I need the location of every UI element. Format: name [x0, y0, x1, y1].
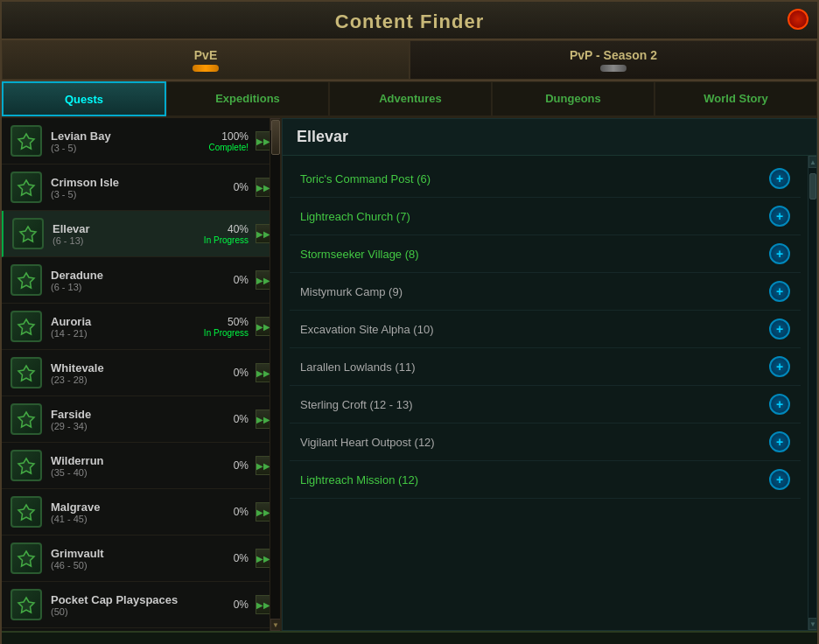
zone-item[interactable]: Whitevale(23 - 28)0%▶▶: [2, 350, 280, 396]
zone-levels: (50): [51, 606, 234, 617]
quest-add-button[interactable]: +: [769, 168, 790, 189]
quest-item[interactable]: Larallen Lowlands (11)+: [290, 348, 801, 386]
zone-info: Pocket Cap Playspaces(50): [51, 593, 234, 617]
zone-levels: (29 - 34): [51, 421, 234, 431]
scroll-down-button[interactable]: ▼: [270, 619, 281, 631]
quest-item[interactable]: Lightreach Church (7)+: [290, 198, 801, 235]
zone-item[interactable]: Auroria(14 - 21)50%In Progress▶▶: [2, 304, 280, 350]
zone-levels: (3 - 5): [51, 143, 208, 153]
zone-arrows: ▶▶: [254, 456, 271, 475]
zone-name: Malgrave: [51, 500, 234, 514]
quest-name: Vigilant Heart Outpost (12): [300, 436, 769, 449]
zone-levels: (6 - 13): [51, 282, 234, 292]
zone-progress-right: 50%In Progress: [204, 316, 248, 338]
quest-item[interactable]: Lightreach Mission (12)+: [290, 461, 801, 499]
quest-name: Sterling Croft (12 - 13): [300, 398, 769, 411]
scroll-thumb[interactable]: [271, 120, 280, 155]
tab-dungeons[interactable]: Dungeons: [492, 81, 654, 116]
zone-icon: [10, 311, 42, 342]
zone-list: Levian Bay(3 - 5)100%Complete!▶▶ Crimson…: [2, 118, 280, 631]
tab-expeditions[interactable]: Expeditions: [166, 81, 329, 116]
zone-detail-header: Ellevar: [283, 119, 816, 156]
quest-add-button[interactable]: +: [769, 206, 790, 227]
tab-quests[interactable]: Quests: [2, 81, 166, 116]
tab-world-story-label: World Story: [704, 92, 767, 105]
zone-name: Whitevale: [51, 361, 234, 374]
right-panel: Ellevar Toric's Command Post (6)+Lightre…: [282, 118, 817, 631]
zone-progress-right: 0%: [234, 367, 248, 379]
zone-pct: 50%: [204, 316, 248, 328]
zone-name: Levian Bay: [51, 130, 208, 143]
svg-marker-7: [18, 458, 34, 473]
close-button[interactable]: [788, 9, 808, 30]
right-scroll-thumb[interactable]: [809, 173, 816, 200]
zone-name: Ellevar: [52, 222, 204, 235]
quest-add-button[interactable]: +: [769, 469, 790, 490]
zone-item[interactable]: Ellevar(6 - 13)40%In Progress▶▶: [2, 211, 280, 257]
left-panel: Levian Bay(3 - 5)100%Complete!▶▶ Crimson…: [2, 118, 282, 631]
zone-icon: [10, 125, 42, 157]
right-scroll-down[interactable]: ▼: [808, 618, 816, 630]
quest-item[interactable]: Stormseeker Village (8)+: [290, 235, 801, 273]
zone-pct: 0%: [234, 181, 248, 193]
tab-pve[interactable]: PvE: [2, 40, 410, 80]
tab-pvp-label: PvP - Season 2: [410, 48, 816, 62]
tab-pvp-indicator: [600, 65, 626, 72]
zone-arrows: ▶▶: [254, 224, 271, 243]
tab-world-story[interactable]: World Story: [654, 81, 817, 116]
zone-icon: [10, 496, 42, 528]
zone-icon: [10, 450, 42, 481]
quest-add-button[interactable]: +: [769, 394, 790, 415]
svg-marker-6: [18, 412, 34, 427]
zone-icon: [10, 357, 42, 388]
zone-pct: 0%: [234, 367, 248, 379]
tab-quests-label: Quests: [65, 93, 103, 106]
quest-add-button[interactable]: +: [769, 318, 790, 340]
zone-progress-right: 100%Complete!: [208, 130, 248, 152]
zone-levels: (6 - 13): [52, 235, 204, 246]
zone-item[interactable]: Crimson Isle(3 - 5)0%▶▶: [2, 164, 280, 211]
quest-item[interactable]: Sterling Croft (12 - 13)+: [290, 386, 801, 424]
zone-icon: [10, 542, 42, 574]
quest-item[interactable]: Mistymurk Camp (9)+: [290, 273, 801, 311]
quest-item[interactable]: Excavation Site Alpha (10)+: [290, 311, 801, 348]
zone-name: Auroria: [51, 315, 204, 328]
zone-pct: 0%: [234, 598, 248, 611]
zone-item[interactable]: Deradune(6 - 13)0%▶▶: [2, 257, 280, 304]
zone-item[interactable]: Malgrave(41 - 45)0%▶▶: [2, 489, 280, 536]
zone-progress-right: 0%: [234, 506, 248, 518]
zone-arrows: ▶▶: [254, 549, 271, 568]
zone-name: Farside: [51, 408, 234, 421]
zone-progress-right: 0%: [234, 181, 248, 193]
zone-item[interactable]: Pocket Cap Playspaces(50)0%▶▶: [2, 582, 280, 628]
tab-pvp[interactable]: PvP - Season 2: [410, 40, 817, 80]
right-scroll-up[interactable]: ▲: [808, 156, 816, 168]
quest-name: Lightreach Church (7): [300, 210, 769, 223]
zone-item[interactable]: Grimvault(46 - 50)0%▶▶: [2, 536, 280, 582]
quest-list: Toric's Command Post (6)+Lightreach Chur…: [283, 156, 808, 630]
mode-tabs: PvE PvP - Season 2: [2, 40, 817, 81]
quest-name: Larallen Lowlands (11): [300, 360, 769, 374]
zone-arrows: ▶▶: [254, 131, 271, 150]
quest-item[interactable]: Toric's Command Post (6)+: [290, 160, 801, 198]
zone-status: In Progress: [204, 328, 248, 338]
zone-item[interactable]: Farside(29 - 34)0%▶▶: [2, 396, 280, 443]
quest-add-button[interactable]: +: [769, 281, 790, 302]
quest-add-button[interactable]: +: [769, 431, 790, 452]
zone-pct: 40%: [204, 223, 248, 235]
svg-marker-0: [18, 134, 34, 149]
right-scrollbar[interactable]: ▲ ▼: [808, 156, 816, 630]
zone-info: Wilderrun(35 - 40): [51, 454, 234, 478]
svg-marker-1: [18, 180, 34, 195]
svg-marker-4: [18, 319, 34, 334]
zone-info: Malgrave(41 - 45): [51, 500, 234, 524]
zone-arrows: ▶▶: [254, 178, 271, 197]
quest-add-button[interactable]: +: [769, 356, 790, 377]
left-scrollbar[interactable]: ▲ ▼: [270, 118, 280, 631]
zone-item[interactable]: Levian Bay(3 - 5)100%Complete!▶▶: [2, 118, 280, 164]
zone-levels: (14 - 21): [51, 328, 204, 339]
tab-adventures[interactable]: Adventures: [329, 81, 492, 116]
zone-item[interactable]: Wilderrun(35 - 40)0%▶▶: [2, 443, 280, 489]
quest-add-button[interactable]: +: [769, 243, 790, 264]
quest-item[interactable]: Vigilant Heart Outpost (12)+: [290, 424, 801, 461]
